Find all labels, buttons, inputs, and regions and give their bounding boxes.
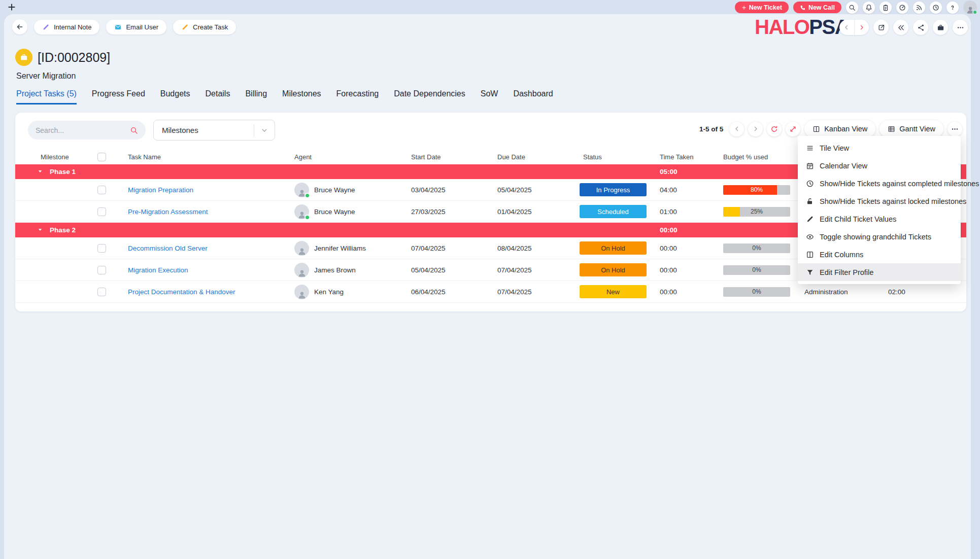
tab-budgets[interactable]: Budgets <box>160 89 190 104</box>
row-checkbox[interactable] <box>97 244 106 253</box>
tab-billing[interactable]: Billing <box>245 89 267 104</box>
column-header-budget[interactable]: Budget % used <box>713 153 804 161</box>
collapse-button[interactable] <box>893 20 908 35</box>
phone-icon <box>800 5 806 11</box>
clipboard-button[interactable] <box>880 2 892 14</box>
budget-progress-bar: 0% <box>723 287 790 297</box>
task-link[interactable]: Project Documentation & Handover <box>122 288 284 296</box>
tab-milestones[interactable]: Milestones <box>282 89 321 104</box>
refresh-button[interactable] <box>767 122 782 136</box>
tab-forecasting[interactable]: Forecasting <box>336 89 379 104</box>
task-link[interactable]: Decommission Old Server <box>122 244 284 252</box>
email-user-button[interactable]: Email User <box>106 20 166 34</box>
search-input[interactable] <box>36 126 130 134</box>
gantt-view-button[interactable]: Gantt View <box>880 120 943 137</box>
checkbox-cell <box>91 186 122 194</box>
task-link[interactable]: Pre-Migration Assessment <box>122 208 284 216</box>
time-taken-cell: 00:00 <box>650 244 713 252</box>
bell-button[interactable] <box>863 2 875 14</box>
user-avatar[interactable] <box>963 1 977 14</box>
due-date-cell: 07/04/2025 <box>487 266 573 274</box>
halopsa-logo: HALOPSA <box>755 17 849 37</box>
clock-icon <box>932 4 939 11</box>
column-header-start-date[interactable]: Start Date <box>401 153 487 161</box>
menu-item-tile-view[interactable]: Tile View <box>798 139 961 157</box>
gauge-button[interactable] <box>896 2 908 14</box>
create-task-button[interactable]: Create Task <box>173 20 236 34</box>
back-button[interactable] <box>12 19 27 34</box>
row-checkbox[interactable] <box>97 266 106 274</box>
help-button[interactable] <box>947 2 959 14</box>
tab-project-tasks-5[interactable]: Project Tasks (5) <box>16 89 77 104</box>
select-all-checkbox[interactable] <box>97 153 106 161</box>
more-options-button[interactable] <box>953 20 968 35</box>
row-checkbox[interactable] <box>97 186 106 194</box>
budget-time-cell: 02:00 <box>888 288 966 296</box>
nav-prev-button[interactable] <box>839 20 855 35</box>
tab-details[interactable]: Details <box>206 89 230 104</box>
envelope-icon <box>114 23 122 31</box>
menu-item-calendar-view[interactable]: Calendar View <box>798 157 961 174</box>
nav-cluster <box>839 20 968 35</box>
agent-cell: Bruce Wayne <box>284 183 401 197</box>
column-header-agent[interactable]: Agent <box>284 153 401 161</box>
new-call-button[interactable]: New Call <box>793 2 841 13</box>
column-header-task-name[interactable]: Task Name <box>122 153 284 161</box>
collapse-triangle-icon[interactable] <box>38 227 43 232</box>
services-button[interactable] <box>933 20 948 35</box>
tab-dashboard[interactable]: Dashboard <box>513 89 553 104</box>
task-link[interactable]: Migration Preparation <box>122 186 284 194</box>
new-ticket-button[interactable]: New Ticket <box>735 2 789 13</box>
budget-progress-bar: 80% <box>723 185 790 195</box>
funnel-icon <box>806 268 814 276</box>
share-button[interactable] <box>913 20 928 35</box>
briefcase-icon <box>20 53 28 61</box>
search-button[interactable] <box>846 2 858 14</box>
menu-item-show-hide-tickets-against-locked-milestones[interactable]: Show/Hide Tickets against locked milesto… <box>798 192 961 210</box>
status-badge[interactable]: On Hold <box>580 263 647 276</box>
time-taken-cell: 01:00 <box>650 208 713 216</box>
column-header-milestone[interactable]: Milestone <box>15 153 91 161</box>
kanban-view-label: Kanban View <box>824 125 867 133</box>
new-tab-plus-icon[interactable] <box>7 3 16 12</box>
menu-item-toggle-showing-grandchild-tickets[interactable]: Toggle showing grandchild Tickets <box>798 228 961 246</box>
status-badge[interactable]: On Hold <box>580 241 647 255</box>
collapse-triangle-icon[interactable] <box>38 169 43 174</box>
menu-item-edit-columns[interactable]: Edit Columns <box>798 246 961 263</box>
internal-note-button[interactable]: Internal Note <box>34 20 99 34</box>
refresh-icon <box>770 125 778 133</box>
open-new-window-button[interactable] <box>873 20 889 35</box>
task-link[interactable]: Migration Execution <box>122 266 284 274</box>
tab-sow[interactable]: SoW <box>481 89 498 104</box>
search-icon[interactable] <box>130 126 138 134</box>
page-next-button[interactable] <box>748 122 763 136</box>
kanban-view-button[interactable]: Kanban View <box>804 120 875 137</box>
pencil-icon <box>42 23 50 31</box>
menu-item-show-hide-tickets-against-completed-milestones[interactable]: Show/Hide Tickets against completed mile… <box>798 174 961 192</box>
rss-button[interactable] <box>913 2 925 14</box>
menu-item-edit-filter-profile[interactable]: Edit Filter Profile <box>798 263 961 281</box>
group-by-select[interactable]: Milestones <box>153 120 275 141</box>
menu-item-label: Edit Filter Profile <box>820 268 873 276</box>
column-header-time-taken[interactable]: Time Taken <box>650 153 713 161</box>
menu-item-edit-child-ticket-values[interactable]: Edit Child Ticket Values <box>798 210 961 228</box>
milestone-time-taken: 05:00 <box>660 168 678 176</box>
status-cell: On Hold <box>573 263 650 276</box>
status-badge[interactable]: Scheduled <box>580 205 647 218</box>
status-badge[interactable]: New <box>580 285 647 298</box>
clock-button[interactable] <box>930 2 942 14</box>
agent-cell: Ken Yang <box>284 285 401 299</box>
expand-button[interactable] <box>786 122 800 136</box>
tab-progress-feed[interactable]: Progress Feed <box>92 89 145 104</box>
column-header-due-date[interactable]: Due Date <box>487 153 573 161</box>
page-prev-button[interactable] <box>729 122 744 136</box>
nav-next-button[interactable] <box>855 20 869 35</box>
row-checkbox[interactable] <box>97 207 106 216</box>
avatar <box>294 241 309 256</box>
status-badge[interactable]: In Progress <box>580 183 647 196</box>
row-checkbox[interactable] <box>97 288 106 296</box>
column-header-status[interactable]: Status <box>573 153 650 161</box>
table-more-options-button[interactable] <box>948 122 962 136</box>
tab-date-dependencies[interactable]: Date Dependencies <box>394 89 465 104</box>
avatar <box>294 183 309 197</box>
